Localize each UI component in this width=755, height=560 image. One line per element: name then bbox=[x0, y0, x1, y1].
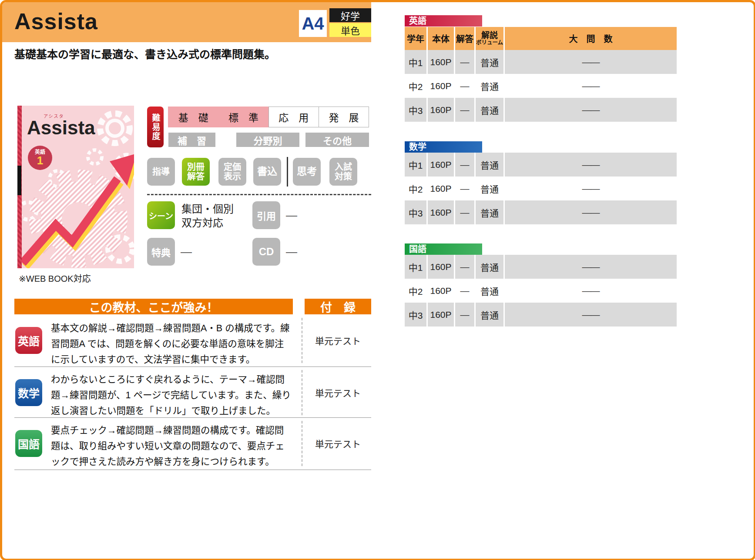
bonus-badge: 特典 bbox=[147, 238, 175, 266]
book-cover: アシスタ Assista 英語 1 bbox=[17, 106, 134, 268]
spine-black-mark bbox=[17, 166, 21, 195]
difficulty-levels: 基 礎 標 準 応 用 発 展 bbox=[168, 107, 369, 127]
category-bunyabetsu: 分野別 bbox=[236, 133, 299, 147]
category-hoshuu: 補 習 bbox=[168, 133, 215, 147]
table-row: 中3 160P — 普通 ―― bbox=[405, 200, 677, 224]
cell-questions: ―― bbox=[505, 255, 677, 279]
quote-value: — bbox=[286, 201, 303, 229]
header-volume-line2: ボリューム bbox=[476, 40, 503, 46]
cell-grade: 中1 bbox=[405, 50, 426, 74]
table-english-tab: 英語 bbox=[405, 15, 482, 27]
category-sonota: その他 bbox=[305, 133, 369, 147]
cell-body: 160P bbox=[428, 74, 454, 98]
cell-answer: — bbox=[455, 74, 474, 98]
table-math: 数学 中1 160P — 普通 ―― 中2 160P — 普通 ―― 中3 16… bbox=[405, 141, 677, 224]
table-row: 中1 160P — 普通 ―― bbox=[405, 255, 677, 279]
cell-volume: 普通 bbox=[476, 153, 503, 177]
cell-answer: — bbox=[455, 98, 474, 122]
difficulty-level-kiso: 基 礎 bbox=[168, 107, 218, 127]
cell-body: 160P bbox=[428, 50, 454, 74]
scene-badge: シーン bbox=[147, 201, 175, 229]
scene-value: 集団・個別 双方対応 bbox=[181, 202, 234, 230]
strength-text-math: わからないところにすぐ戻れるように、テーマ→確認問題→練習問題が、1 ページで完… bbox=[51, 372, 293, 419]
header-body: 本体 bbox=[428, 27, 454, 50]
header-volume-line1: 解説 bbox=[481, 31, 498, 40]
appendix-divider bbox=[302, 318, 302, 363]
table-row: 中2 160P — 普通 ―― bbox=[405, 74, 677, 98]
cell-answer: — bbox=[455, 279, 474, 303]
appendix-japanese: 単元テスト bbox=[305, 417, 371, 470]
page-title: Assista bbox=[14, 8, 98, 34]
appendix-math: 単元テスト bbox=[305, 367, 371, 419]
table-japanese: 国語 中1 160P — 普通 ―― 中2 160P — 普通 ―― 中3 16… bbox=[405, 243, 677, 327]
cell-volume: 普通 bbox=[476, 50, 503, 74]
cell-questions: ―― bbox=[505, 50, 677, 74]
header-volume: 解説 ボリューム bbox=[476, 27, 503, 50]
strength-text-japanese: 要点チェック→確認問題→練習問題の構成です。確認問題は、取り組みやすい短い文章の… bbox=[51, 423, 293, 470]
table-row: 中1 160P — 普通 ―― bbox=[405, 50, 677, 74]
strength-separator bbox=[14, 470, 371, 470]
cell-grade: 中3 bbox=[405, 98, 426, 122]
cell-body: 160P bbox=[428, 153, 454, 177]
table-english-header: 学年 本体 解答 解説 ボリューム 大 問 数 bbox=[405, 27, 677, 50]
cell-answer: — bbox=[455, 153, 474, 177]
icon-shidou: 指導 bbox=[147, 158, 175, 186]
appendix-divider bbox=[302, 370, 302, 415]
cover-grade-number: 1 bbox=[37, 155, 43, 166]
cell-body: 160P bbox=[428, 177, 454, 200]
header-answer: 解答 bbox=[455, 27, 474, 50]
cell-questions: ―― bbox=[505, 74, 677, 98]
cell-grade: 中1 bbox=[405, 255, 426, 279]
table-row: 中1 160P — 普通 ―― bbox=[405, 153, 677, 177]
cell-grade: 中2 bbox=[405, 279, 426, 303]
cover-subject-badge: 英語 1 bbox=[28, 146, 52, 170]
strength-badge-math: 数学 bbox=[15, 379, 42, 406]
icon-nyushi-taisaku: 入試 対策 bbox=[329, 158, 357, 186]
cell-grade: 中1 bbox=[405, 153, 426, 177]
table-row: 中3 160P — 普通 ―― bbox=[405, 303, 677, 327]
icon-kakikomi: 書込 bbox=[253, 158, 281, 186]
cell-answer: — bbox=[455, 255, 474, 279]
strength-badge-english: 英語 bbox=[15, 327, 42, 354]
bonus-value: — bbox=[181, 238, 198, 266]
cell-volume: 普通 bbox=[476, 74, 503, 98]
table-japanese-tab: 国語 bbox=[405, 243, 482, 255]
cell-questions: ―― bbox=[505, 303, 677, 327]
strength-text-english: 基本文の解説→確認問題→練習問題A・B の構成です。練習問題A では、問題を解く… bbox=[51, 320, 293, 367]
cover-title: Assista bbox=[27, 117, 95, 139]
table-math-tab: 数学 bbox=[405, 141, 482, 153]
difficulty-level-hatten: 発 展 bbox=[319, 107, 369, 127]
icon-shikou: 思考 bbox=[293, 158, 321, 186]
difficulty-level-oyo: 応 用 bbox=[268, 107, 319, 127]
table-row: 中2 160P — 普通 ―― bbox=[405, 279, 677, 303]
cell-answer: — bbox=[455, 200, 474, 224]
cell-body: 160P bbox=[428, 98, 454, 122]
table-english: 英語 学年 本体 解答 解説 ボリューム 大 問 数 中1 160P — 普通 … bbox=[405, 15, 677, 122]
cell-body: 160P bbox=[428, 255, 454, 279]
header-grade: 学年 bbox=[405, 27, 426, 50]
cell-volume: 普通 bbox=[476, 200, 503, 224]
webbook-note: ※WEB BOOK対応 bbox=[19, 272, 91, 284]
cd-badge: CD bbox=[252, 238, 280, 266]
catch-copy: 基礎基本の学習に最適な、書き込み式の標準問題集。 bbox=[14, 46, 275, 61]
table-row: 中3 160P — 普通 ―― bbox=[405, 98, 677, 122]
header-questions: 大 問 数 bbox=[505, 27, 677, 50]
cell-body: 160P bbox=[428, 200, 454, 224]
cell-volume: 普通 bbox=[476, 98, 503, 122]
difficulty-level-hyojun: 標 準 bbox=[218, 107, 268, 127]
icon-bessatsu-kaitou: 別冊 解答 bbox=[182, 158, 210, 186]
catalog-page: Assista A4 好学 単色 基礎基本の学習に最適な、書き込み式の標準問題集… bbox=[0, 0, 755, 560]
cell-answer: — bbox=[455, 177, 474, 200]
cell-grade: 中2 bbox=[405, 177, 426, 200]
cell-questions: ―― bbox=[505, 279, 677, 303]
cell-grade: 中3 bbox=[405, 200, 426, 224]
cell-questions: ―― bbox=[505, 200, 677, 224]
cd-value: — bbox=[286, 238, 303, 266]
publisher-badge: 好学 bbox=[329, 8, 371, 22]
appendix-divider bbox=[302, 421, 302, 466]
quote-badge: 引用 bbox=[252, 201, 280, 229]
cell-grade: 中2 bbox=[405, 74, 426, 98]
cell-body: 160P bbox=[428, 303, 454, 327]
cell-body: 160P bbox=[428, 279, 454, 303]
appendix-english: 単元テスト bbox=[305, 314, 371, 367]
